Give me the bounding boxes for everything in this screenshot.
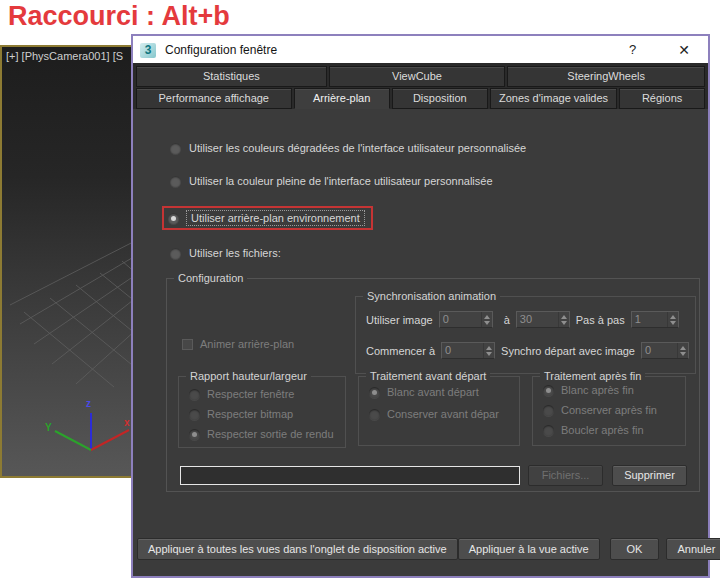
radio-option-utiliser-fichiers[interactable]: Utiliser les fichiers: <box>170 246 281 260</box>
tab-disposition[interactable]: Disposition <box>392 88 488 109</box>
viewport-label[interactable]: [+] [PhysCamera001] [S <box>6 50 123 62</box>
spinner-arrows-icon <box>483 343 494 358</box>
aspect-ratio-legend: Rapport hauteur/largeur <box>186 370 311 382</box>
files-button: Fichiers... <box>528 465 603 486</box>
dialog-title: Configuration fenêtre <box>165 43 277 57</box>
radio-blanc-apres-fin: Blanc après fin <box>543 383 634 397</box>
tab-strip: Statistiques ViewCube SteeringWheels Per… <box>133 63 708 109</box>
axis-y-label: Y <box>45 422 52 433</box>
tab-arriere-plan[interactable]: Arrière-plan <box>294 88 390 109</box>
radio-icon <box>189 409 200 420</box>
3dsmax-logo-icon: 3 <box>140 43 156 58</box>
close-icon[interactable]: ✕ <box>674 42 694 58</box>
before-start-group: Traitement avant départ Blanc avant dépa… <box>358 376 520 446</box>
axis-x-label: x <box>124 417 130 428</box>
animate-background-checkbox: Animer arrière-plan <box>182 337 294 351</box>
sync-row-2: Commencer à 0 Synchro départ avec image … <box>366 342 689 359</box>
file-path-input[interactable] <box>180 466 520 485</box>
radio-respecter-bitmap: Respecter bitmap <box>189 407 293 421</box>
ok-button[interactable]: OK <box>610 538 660 560</box>
sync-row-1: Utiliser image 0 à 30 Pas à pas 1 <box>366 311 679 328</box>
radio-icon <box>170 143 181 154</box>
sync-start-spinner: 0 <box>641 342 689 359</box>
after-end-legend: Traitement après fin <box>540 370 645 382</box>
tab-viewcube[interactable]: ViewCube <box>329 66 506 87</box>
radio-icon <box>543 385 554 396</box>
step-spinner: 1 <box>631 311 679 328</box>
radio-icon <box>369 387 380 398</box>
axis-z-label: z <box>86 398 91 409</box>
config-group-legend: Configuration <box>174 272 247 284</box>
highlight-annotation: Utiliser arrière-plan environnement <box>162 206 373 230</box>
radio-option-couleurs-degradees[interactable]: Utiliser les couleurs dégradées de l'int… <box>170 141 526 155</box>
dialog-footer: Appliquer à toutes les vues dans l'ongle… <box>137 538 704 560</box>
radio-icon <box>170 248 181 259</box>
spinner-arrows-icon <box>667 312 678 327</box>
spinner-arrows-icon <box>481 312 492 327</box>
radio-boucler-apres-fin: Boucler après fin <box>543 423 644 437</box>
sync-animation-legend: Synchronisation animation <box>363 290 500 302</box>
radio-respecter-sortie-rendu: Respecter sortie de rendu <box>189 427 334 441</box>
radio-icon <box>170 176 181 187</box>
apply-all-views-button[interactable]: Appliquer à toutes les vues dans l'ongle… <box>137 538 458 560</box>
use-image-spinner: 0 <box>439 311 493 328</box>
tab-panel-arriere-plan: Utiliser les couleurs dégradées de l'int… <box>133 109 708 576</box>
radio-conserver-apres-fin: Conserver après fin <box>543 403 657 417</box>
tab-zones-image-valides[interactable]: Zones d'image valides <box>490 88 617 109</box>
aspect-ratio-group: Rapport hauteur/largeur Respecter fenêtr… <box>178 376 346 448</box>
radio-icon <box>189 389 200 400</box>
tab-regions[interactable]: Régions <box>619 88 705 109</box>
radio-blanc-avant-depart: Blanc avant départ <box>369 385 479 399</box>
viewport-configuration-dialog: 3 Configuration fenêtre ? ✕ Statistiques… <box>131 34 710 578</box>
radio-icon <box>189 429 200 440</box>
to-image-spinner: 30 <box>516 311 570 328</box>
spinner-arrows-icon <box>677 343 688 358</box>
cancel-button[interactable]: Annuler <box>666 538 720 560</box>
before-start-legend: Traitement avant départ <box>366 370 490 382</box>
sync-animation-group: Synchronisation animation Utiliser image… <box>355 296 696 374</box>
dialog-titlebar: 3 Configuration fenêtre ? ✕ <box>133 36 708 63</box>
checkbox-icon <box>182 339 193 350</box>
radio-icon <box>369 409 380 420</box>
start-at-spinner: 0 <box>441 342 495 359</box>
shortcut-heading: Raccourci : Alt+b <box>8 1 230 32</box>
tab-performance-affichage[interactable]: Performance affichage <box>136 88 292 109</box>
radio-conserver-avant-depart: Conserver avant dépar <box>369 407 499 421</box>
config-group: Configuration Synchronisation animation … <box>166 278 700 492</box>
home-grid-icon <box>10 240 135 387</box>
after-end-group: Traitement après fin Blanc après fin Con… <box>532 376 686 446</box>
help-button[interactable]: ? <box>625 42 640 57</box>
radio-icon <box>543 405 554 416</box>
radio-icon <box>543 425 554 436</box>
radio-option-couleur-pleine[interactable]: Utiliser la couleur pleine de l'interfac… <box>170 174 493 188</box>
axis-tripod-icon <box>55 413 129 450</box>
radio-option-arriere-plan-environnement[interactable]: Utiliser arrière-plan environnement <box>186 210 365 226</box>
apply-active-view-button[interactable]: Appliquer à la vue active <box>458 538 600 560</box>
radio-icon[interactable] <box>168 213 179 224</box>
spinner-arrows-icon <box>558 312 569 327</box>
tab-statistiques[interactable]: Statistiques <box>136 66 327 87</box>
delete-button[interactable]: Supprimer <box>612 465 687 486</box>
viewport-canvas: z x Y <box>2 47 135 478</box>
viewport[interactable]: z x Y [+] [PhysCamera001] [S <box>0 45 135 478</box>
tab-steeringwheels[interactable]: SteeringWheels <box>507 66 705 87</box>
radio-respecter-fenetre: Respecter fenêtre <box>189 387 294 401</box>
